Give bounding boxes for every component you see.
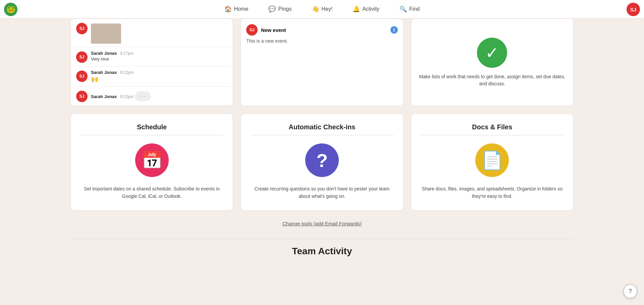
document-icon: 📄 xyxy=(481,150,503,171)
docs-card[interactable]: Docs & Files 📄 Share docs, files, images… xyxy=(411,114,574,211)
chat-meta-3: Sarah Jonas 9:22pm ··· xyxy=(91,90,151,101)
chat-time-2: 9:22pm xyxy=(120,70,133,75)
change-tools-link[interactable]: Change tools (add Email Forwards) xyxy=(282,221,362,226)
checkins-divider xyxy=(250,135,393,135)
team-activity-title: Team Activity xyxy=(70,246,574,257)
chat-meta-image xyxy=(91,22,121,44)
typing-indicator: ··· xyxy=(135,91,151,101)
activity-icon: 🔔 xyxy=(353,5,360,13)
logo-icon: 🐸 xyxy=(6,5,15,14)
nav-home[interactable]: 🏠 Home xyxy=(221,3,252,15)
nav-activity-label: Activity xyxy=(362,6,379,12)
checkmark-icon: ✓ xyxy=(485,43,499,62)
team-activity-section: Team Activity xyxy=(70,239,574,267)
nav-pings[interactable]: 💬 Pings xyxy=(265,3,295,15)
chat-card[interactable]: SJ SJ Sarah Jonas 9:17pm Very nice SJ Sa… xyxy=(70,18,233,106)
app-logo[interactable]: 🐸 xyxy=(4,3,17,16)
chat-meta-1: Sarah Jonas 9:17pm Very nice xyxy=(91,51,133,61)
schedule-title: Schedule xyxy=(137,123,167,131)
change-tools-row: Change tools (add Email Forwards) xyxy=(70,221,574,227)
docs-divider xyxy=(421,135,564,135)
checkins-title: Automatic Check-ins xyxy=(289,123,356,131)
event-title: New event xyxy=(261,27,286,33)
chat-time-1: 9:17pm xyxy=(120,51,133,56)
event-subtitle: This is a new event. xyxy=(246,38,397,44)
top-nav: 🏠 Home 💬 Pings 👋 Hey! 🔔 Activity 🔍 Find xyxy=(0,0,644,18)
top-cards-row: SJ SJ Sarah Jonas 9:17pm Very nice SJ Sa… xyxy=(70,18,574,106)
nav-hey[interactable]: 👋 Hey! xyxy=(309,3,336,15)
home-icon: 🏠 xyxy=(224,5,232,13)
chat-image-placeholder xyxy=(91,24,121,44)
find-icon: 🔍 xyxy=(399,5,407,13)
event-header: SJ New event 1 xyxy=(246,24,397,36)
chat-time-3: 9:22pm xyxy=(120,94,133,99)
hey-icon: 👋 xyxy=(312,5,319,13)
feature-cards-row: Schedule 📅 Set important dates on a shar… xyxy=(70,114,574,211)
chat-name-1: Sarah Jonas xyxy=(91,51,117,56)
schedule-divider xyxy=(80,135,223,135)
chat-message-2: SJ Sarah Jonas 9:22pm 🙌 xyxy=(71,67,233,87)
todo-card[interactable]: ✓ Make lists of work that needs to get d… xyxy=(411,18,574,106)
chat-message-3: SJ Sarah Jonas 9:22pm ··· xyxy=(71,87,233,106)
main-content: SJ SJ Sarah Jonas 9:17pm Very nice SJ Sa… xyxy=(0,18,644,267)
check-circle: ✓ xyxy=(477,38,507,68)
event-card[interactable]: SJ New event 1 This is a new event. xyxy=(240,18,403,106)
help-icon: ? xyxy=(629,288,632,295)
help-button[interactable]: ? xyxy=(623,284,637,298)
avatar-image-msg: SJ xyxy=(76,23,88,34)
schedule-card[interactable]: Schedule 📅 Set important dates on a shar… xyxy=(70,114,233,211)
avatar-msg-3: SJ xyxy=(76,91,88,102)
avatar-msg-1: SJ xyxy=(76,51,88,63)
checkins-card[interactable]: Automatic Check-ins ? Create recurring q… xyxy=(240,114,403,211)
event-badge: 1 xyxy=(390,26,398,34)
chat-text-1: Very nice xyxy=(91,56,133,61)
avatar-msg-2: SJ xyxy=(76,71,88,82)
nav-activity[interactable]: 🔔 Activity xyxy=(349,3,383,15)
docs-description: Share docs, files, images, and spreadshe… xyxy=(421,185,564,200)
chat-message-1: SJ Sarah Jonas 9:17pm Very nice xyxy=(71,47,233,67)
calendar-icon: 📅 xyxy=(142,150,162,170)
chat-message-image: SJ xyxy=(71,19,233,47)
docs-title: Docs & Files xyxy=(472,123,512,131)
user-avatar[interactable]: SJ xyxy=(627,3,640,16)
question-icon: ? xyxy=(316,149,328,171)
checkins-icon-circle: ? xyxy=(305,143,339,177)
team-activity-divider xyxy=(70,239,574,239)
chat-text-2: 🙌 xyxy=(91,76,133,83)
nav-hey-label: Hey! xyxy=(322,6,333,12)
nav-find-label: Find xyxy=(409,6,420,12)
nav-home-label: Home xyxy=(234,6,249,12)
nav-find[interactable]: 🔍 Find xyxy=(396,3,423,15)
schedule-description: Set important dates on a shared schedule… xyxy=(80,185,223,200)
chat-name-2: Sarah Jonas xyxy=(91,70,117,75)
nav-pings-label: Pings xyxy=(278,6,291,12)
chat-name-3: Sarah Jonas xyxy=(91,94,117,99)
todo-description: Make lists of work that needs to get don… xyxy=(418,73,567,87)
docs-icon-circle: 📄 xyxy=(475,143,509,177)
event-avatar: SJ xyxy=(246,24,258,36)
checkins-description: Create recurring questions so you don't … xyxy=(250,185,393,200)
pings-icon: 💬 xyxy=(268,5,276,13)
schedule-icon-circle: 📅 xyxy=(135,143,169,177)
chat-meta-2: Sarah Jonas 9:22pm 🙌 xyxy=(91,70,133,83)
